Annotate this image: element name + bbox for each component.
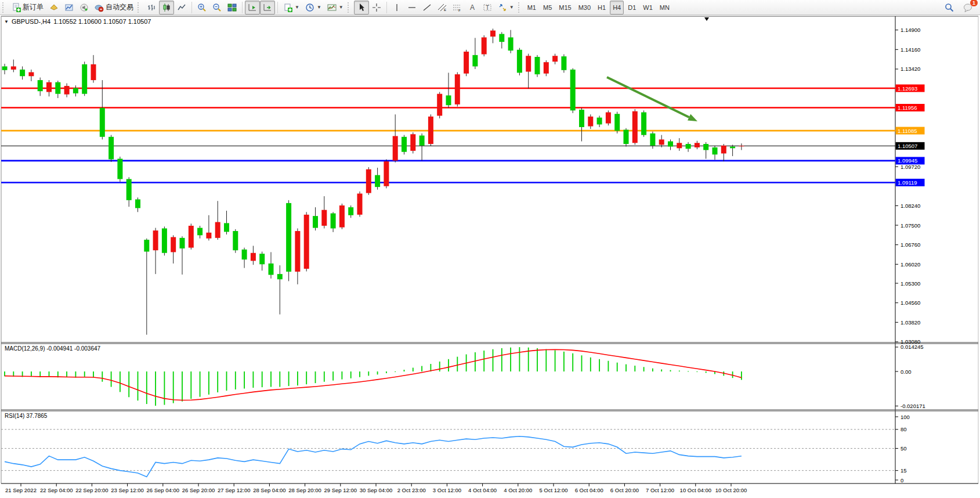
svg-text:T: T	[486, 4, 489, 10]
search-button[interactable]	[942, 1, 957, 15]
quote-ohlc-label: 1.10552 1.10600 1.10507 1.10507	[53, 18, 151, 25]
price-chart[interactable]: 1.149001.141601.134201.097201.082401.075…	[0, 15, 980, 498]
svg-text:80: 80	[901, 426, 907, 432]
vertical-line-icon	[392, 3, 402, 12]
alerts-icon	[79, 3, 89, 12]
text-button[interactable]: A	[465, 1, 480, 15]
bar-chart-button[interactable]	[144, 1, 159, 15]
equidistant-channel-button[interactable]: E	[435, 1, 450, 15]
svg-text:1.04560: 1.04560	[901, 299, 920, 306]
toolbar-handle[interactable]	[348, 2, 352, 13]
timeframe-d1-button[interactable]: D1	[625, 1, 639, 15]
svg-text:1.03820: 1.03820	[901, 319, 920, 326]
svg-text:1.11956: 1.11956	[898, 104, 917, 111]
symbol-dropdown-icon[interactable]: ▼	[4, 19, 9, 24]
toolbar-handle[interactable]	[2, 2, 6, 13]
svg-text:26 Sep 04:00: 26 Sep 04:00	[147, 487, 180, 493]
trade-pool-button[interactable]	[46, 1, 62, 15]
svg-text:21 Sep 2022: 21 Sep 2022	[5, 487, 37, 493]
horizontal-line-button[interactable]	[404, 1, 420, 15]
rsi-indicator-label: RSI(14) 37.7865	[5, 413, 47, 419]
timeframe-m15-button[interactable]: M15	[556, 1, 574, 15]
crosshair-button[interactable]	[369, 1, 384, 15]
svg-text:1.11085: 1.11085	[898, 128, 917, 134]
trendline-button[interactable]	[420, 1, 435, 15]
auto-scroll-button[interactable]	[245, 1, 260, 15]
svg-text:3 Oct 12:00: 3 Oct 12:00	[433, 487, 461, 493]
svg-text:0.00: 0.00	[901, 369, 912, 375]
timeframe-m1-button[interactable]: M1	[525, 1, 539, 15]
timeframe-h4-button[interactable]: H4	[610, 1, 624, 15]
new-chart-icon	[283, 3, 292, 12]
new-order-button[interactable]: 新订单	[9, 1, 46, 15]
cursor-button[interactable]	[354, 1, 369, 15]
fibonacci-icon: F	[453, 3, 462, 12]
new-chart-button[interactable]: ▼	[280, 1, 302, 15]
svg-text:1.09945: 1.09945	[898, 157, 917, 164]
svg-text:1.14160: 1.14160	[901, 46, 920, 53]
svg-text:0: 0	[901, 477, 903, 483]
toolbar-handle[interactable]	[518, 2, 522, 13]
svg-text:A: A	[470, 3, 475, 12]
auto-trading-button[interactable]: 自动交易	[92, 1, 136, 15]
alerts-button[interactable]	[77, 1, 92, 15]
zoom-out-icon	[212, 3, 222, 12]
timeframe-h1-button[interactable]: H1	[595, 1, 609, 15]
svg-text:23 Sep 12:00: 23 Sep 12:00	[111, 487, 144, 493]
svg-text:100: 100	[901, 414, 910, 420]
svg-text:2 Oct 23:00: 2 Oct 23:00	[397, 487, 426, 493]
timeframe-w1-button[interactable]: W1	[640, 1, 656, 15]
rsi-layer: 1008050150	[1, 414, 910, 483]
chat-badge: 1	[970, 0, 978, 7]
macd-indicator-label: MACD(12,26,9) -0.004941 -0.003647	[5, 345, 100, 352]
chart-title[interactable]: ▼ GBPUSD-,H4 1.10552 1.10600 1.10507 1.1…	[4, 18, 151, 25]
profiles-button[interactable]	[62, 1, 77, 15]
line-chart-button[interactable]	[174, 1, 189, 15]
candlestick-chart-button[interactable]	[159, 1, 174, 15]
chat-button[interactable]: 1	[960, 1, 975, 15]
svg-text:7 Oct 12:00: 7 Oct 12:00	[646, 487, 674, 493]
svg-text:-0.020171: -0.020171	[901, 403, 925, 409]
chart-shift-button[interactable]	[260, 1, 275, 15]
svg-text:28 Sep 20:00: 28 Sep 20:00	[288, 487, 321, 493]
svg-text:1.12693: 1.12693	[898, 85, 917, 92]
chevron-down-icon: ▼	[339, 5, 343, 10]
svg-text:27 Sep 12:00: 27 Sep 12:00	[218, 487, 251, 493]
fibonacci-button[interactable]: F	[450, 1, 465, 15]
text-label-icon: T	[483, 3, 492, 12]
svg-text:1.08240: 1.08240	[901, 203, 920, 209]
svg-text:22 Sep 20:00: 22 Sep 20:00	[75, 487, 109, 493]
profiles-icon	[64, 3, 74, 12]
time-axis: 21 Sep 202222 Sep 04:0022 Sep 20:0023 Se…	[5, 483, 747, 493]
svg-text:6 Oct 04:00: 6 Oct 04:00	[575, 487, 603, 493]
tile-windows-button[interactable]	[225, 1, 240, 15]
vertical-line-button[interactable]	[389, 1, 404, 15]
zoom-in-button[interactable]	[194, 1, 209, 15]
svg-text:1.14900: 1.14900	[901, 27, 920, 33]
svg-text:1.09119: 1.09119	[898, 179, 917, 186]
chevron-down-icon: ▼	[317, 5, 321, 10]
chevron-down-icon: ▼	[509, 5, 514, 10]
bar-chart-icon	[147, 3, 156, 12]
svg-text:6 Oct 20:00: 6 Oct 20:00	[610, 487, 639, 493]
svg-text:4 Oct 20:00: 4 Oct 20:00	[504, 487, 532, 493]
auto-trading-icon	[95, 3, 104, 12]
auto-trading-label: 自动交易	[106, 2, 133, 12]
timeframe-m30-button[interactable]: M30	[576, 1, 594, 15]
timeframe-mn-button[interactable]: MN	[657, 1, 672, 15]
new-order-icon	[12, 3, 21, 12]
timeframe-m5-button[interactable]: M5	[540, 1, 555, 15]
svg-text:15: 15	[901, 467, 907, 474]
periodicity-button[interactable]: ▼	[302, 1, 324, 15]
macd-layer: 0.0142450.00-0.020171	[4, 344, 925, 409]
svg-text:0.014245: 0.014245	[901, 344, 924, 350]
text-label-button[interactable]: T	[480, 1, 495, 15]
clock-icon	[305, 3, 314, 12]
toolbar-handle[interactable]	[138, 2, 142, 13]
line-chart-icon	[177, 3, 186, 12]
svg-text:29 Sep 12:00: 29 Sep 12:00	[324, 487, 357, 493]
arrows-button[interactable]: ▼	[495, 1, 517, 15]
svg-text:4 Oct 04:00: 4 Oct 04:00	[468, 487, 497, 493]
zoom-out-button[interactable]	[209, 1, 225, 15]
templates-button[interactable]: ▼	[324, 1, 346, 15]
